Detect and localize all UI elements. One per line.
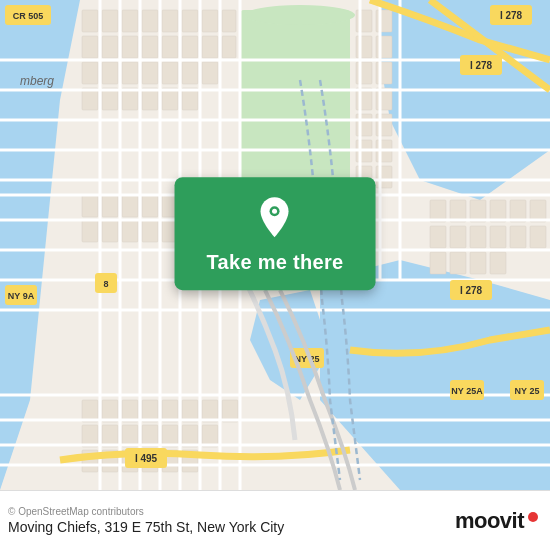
svg-text:8: 8 — [103, 279, 108, 289]
svg-rect-72 — [490, 226, 506, 248]
svg-rect-78 — [490, 252, 506, 274]
svg-rect-14 — [222, 10, 236, 32]
svg-rect-75 — [430, 252, 446, 274]
svg-rect-22 — [222, 36, 236, 58]
svg-text:CR 505: CR 505 — [13, 11, 44, 21]
svg-rect-37 — [376, 10, 392, 32]
svg-rect-53 — [142, 195, 158, 217]
svg-rect-29 — [202, 62, 218, 84]
svg-rect-57 — [82, 220, 98, 242]
svg-rect-71 — [470, 226, 486, 248]
svg-rect-69 — [430, 226, 446, 248]
svg-rect-8 — [102, 10, 118, 32]
svg-rect-52 — [122, 195, 138, 217]
svg-rect-23 — [82, 62, 98, 84]
svg-rect-77 — [470, 252, 486, 274]
svg-rect-25 — [122, 62, 138, 84]
svg-rect-49 — [376, 166, 392, 188]
svg-rect-73 — [510, 226, 526, 248]
take-me-there-button[interactable]: Take me there — [207, 251, 344, 274]
svg-rect-60 — [142, 220, 158, 242]
svg-rect-20 — [182, 36, 198, 58]
svg-rect-19 — [162, 36, 178, 58]
svg-rect-12 — [182, 10, 198, 32]
svg-text:NY 25: NY 25 — [515, 386, 540, 396]
location-icon — [256, 195, 294, 243]
svg-text:I 278: I 278 — [460, 285, 483, 296]
svg-text:NY 25A: NY 25A — [451, 386, 483, 396]
svg-rect-40 — [356, 62, 372, 84]
svg-rect-45 — [376, 114, 392, 136]
svg-point-147 — [273, 209, 278, 214]
svg-rect-38 — [356, 36, 372, 58]
svg-text:I 278: I 278 — [470, 60, 493, 71]
moovit-logo: moovit — [455, 508, 538, 534]
svg-rect-13 — [202, 10, 218, 32]
svg-rect-5 — [240, 10, 350, 190]
button-overlay: Take me there — [175, 177, 376, 290]
svg-rect-9 — [122, 10, 138, 32]
svg-rect-27 — [162, 62, 178, 84]
svg-rect-10 — [142, 10, 158, 32]
take-me-there-card[interactable]: Take me there — [175, 177, 376, 290]
svg-text:NY 9A: NY 9A — [8, 291, 35, 301]
svg-rect-51 — [102, 195, 118, 217]
svg-point-6 — [245, 5, 355, 25]
svg-rect-7 — [82, 10, 98, 32]
svg-rect-76 — [450, 252, 466, 274]
svg-rect-15 — [82, 36, 98, 58]
svg-text:I 495: I 495 — [135, 453, 158, 464]
svg-rect-39 — [376, 36, 392, 58]
svg-text:I 278: I 278 — [500, 10, 523, 21]
svg-rect-28 — [182, 62, 198, 84]
svg-rect-11 — [162, 10, 178, 32]
map-attribution: © OpenStreetMap contributors — [8, 506, 284, 517]
svg-rect-50 — [82, 195, 98, 217]
bottom-left-info: © OpenStreetMap contributors Moving Chie… — [8, 506, 284, 535]
svg-rect-74 — [530, 226, 546, 248]
moovit-brand-text: moovit — [455, 508, 524, 534]
svg-rect-36 — [356, 10, 372, 32]
moovit-dot-icon — [528, 512, 538, 522]
svg-rect-16 — [102, 36, 118, 58]
svg-rect-59 — [122, 220, 138, 242]
location-label: Moving Chiefs, 319 E 75th St, New York C… — [8, 519, 284, 535]
svg-rect-18 — [142, 36, 158, 58]
svg-rect-58 — [102, 220, 118, 242]
svg-rect-26 — [142, 62, 158, 84]
svg-rect-44 — [356, 114, 372, 136]
svg-rect-70 — [450, 226, 466, 248]
svg-rect-17 — [122, 36, 138, 58]
svg-rect-24 — [102, 62, 118, 84]
svg-rect-41 — [376, 62, 392, 84]
svg-rect-21 — [202, 36, 218, 58]
bottom-bar: © OpenStreetMap contributors Moving Chie… — [0, 490, 550, 550]
svg-text:mberg: mberg — [20, 74, 54, 88]
map-container: I 278 I 278 I 278 I 495 NY 9A NY 25 NY 2… — [0, 0, 550, 490]
